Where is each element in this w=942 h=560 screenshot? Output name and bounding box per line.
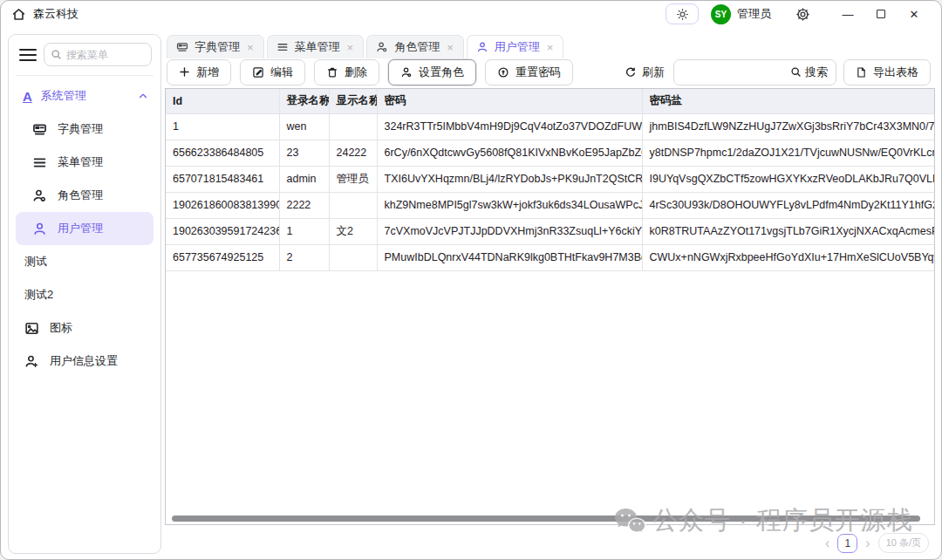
user-table-card: Id 登录名称 显示名称 密码 密码盐 1 wen 324rR3TTr5IMbb… [165, 88, 935, 525]
tab-dictionary[interactable]: 字典管理 × [167, 35, 264, 58]
tab-menu[interactable]: 菜单管理 × [267, 35, 365, 58]
font-a-icon: A [23, 90, 32, 103]
table-row[interactable]: 657735674925125 2 PMuwIbDLQnrxV44TDNaRK9… [166, 244, 934, 270]
cell-display-name: 文2 [329, 218, 377, 244]
refresh-icon [625, 66, 637, 79]
add-button[interactable]: 新增 [167, 59, 231, 85]
table-row[interactable]: 1902618600838139904 2222 khZ9Nme8MPI5gl7… [166, 192, 934, 218]
gear-icon[interactable] [795, 7, 810, 22]
cell-password-salt: CWUx+nNGWxjRxbpeeHfGoYdXIu+17HmXeSlCUoV5… [642, 244, 934, 270]
cell-password-salt: k0R8TRUTAAzZYOt171vgsjTLb7GiR1XycjNXACxq… [642, 218, 934, 244]
sidebar-item-test[interactable]: 测试 [16, 245, 154, 278]
cell-display-name [329, 192, 377, 218]
cell-password: PMuwIbDLQnrxV44TDNaRK9lkg0BTHtFkav9H7M3B… [377, 244, 642, 270]
tab-user[interactable]: 用户管理 × [467, 35, 564, 58]
sidebar-item-user[interactable]: 用户管理 [16, 212, 154, 245]
reset-password-button[interactable]: 重置密码 [485, 59, 573, 85]
tabbar: 字典管理 × 菜单管理 × 角色管理 × 用户管理 × [167, 34, 563, 58]
pagination: ‹ 1 › 10 条/页 [825, 533, 929, 553]
close-icon[interactable]: × [346, 42, 355, 53]
cell-password: TXI6UvYXHqzmn/BLj4/lzRYDobJs+PK9uJnT2QSt… [377, 166, 642, 192]
sun-icon [676, 8, 689, 21]
cell-login-name: admin [279, 166, 329, 192]
page-number[interactable]: 1 [837, 534, 857, 553]
horizontal-scrollbar[interactable] [172, 516, 920, 522]
cell-password: 7cVXmoVJcVPJTJJpDDVXHmj3nR33ZsuqLl+Y6cki… [377, 218, 642, 244]
sidebar-section-system[interactable]: A 系统管理 [16, 76, 154, 113]
page-size-select[interactable]: 10 条/页 [878, 533, 929, 553]
search-icon [51, 49, 62, 60]
column-header-id: Id [166, 89, 279, 113]
minimize-button[interactable]: — [831, 3, 864, 25]
cell-password-salt: 4rSc30U93k/D8OHOUWYFLy8vLPdfm4NmDy2Kt11Y… [642, 192, 934, 218]
table-row[interactable]: 657071815483461 admin 管理员 TXI6UvYXHqzmn/… [166, 166, 934, 192]
close-icon[interactable]: × [446, 42, 454, 53]
edit-button[interactable]: 编辑 [240, 59, 305, 85]
user-table: Id 登录名称 显示名称 密码 密码盐 1 wen 324rR3TTr5IMbb… [166, 89, 934, 271]
sidebar-item-test2[interactable]: 测试2 [16, 278, 154, 311]
toolbar: 新增 编辑 删除 设置角色 重置密码 [167, 58, 931, 85]
cell-password-salt: I9UYqVsgQXZbCTf5zowHGXYKxzRVeoDLAKbJRu7Q… [642, 166, 934, 192]
sidebar-item-menu[interactable]: 菜单管理 [16, 146, 154, 179]
cell-password: khZ9Nme8MPI5gl7sw3kW+jokf3uk6ds34LOusaWP… [377, 192, 642, 218]
table-row[interactable]: 1 wen 324rR3TTr5IMbbV4mH9Dj9CqV4otZo37VD… [166, 113, 934, 140]
user-settings-icon [24, 354, 39, 369]
table-header-row: Id 登录名称 显示名称 密码 密码盐 [166, 89, 934, 113]
sidebar-item-dictionary[interactable]: 字典管理 [16, 113, 154, 146]
sidebar-item-user-info-settings[interactable]: 用户信息设置 [16, 345, 154, 378]
close-button[interactable]: ✕ [898, 3, 931, 25]
maximize-icon [877, 10, 885, 18]
cell-login-name: 1 [279, 218, 329, 244]
table-row[interactable]: 656623386484805 23 24222 6rCy/6nXQdtcwvG… [166, 140, 934, 166]
cell-id: 656623386484805 [166, 140, 279, 166]
cell-display-name: 24222 [329, 140, 377, 166]
role-icon [376, 41, 388, 53]
reset-password-icon [497, 66, 509, 79]
cell-id: 1902618600838139904 [166, 192, 279, 218]
cell-password: 6rCy/6nXQdtcwvGy5608fQ81KIVxNBvKoE95JapZ… [377, 140, 642, 166]
document-icon [856, 66, 867, 79]
search-button[interactable]: 搜索 [790, 65, 828, 80]
maximize-button[interactable] [864, 3, 898, 25]
image-icon [24, 321, 39, 336]
theme-toggle-button[interactable] [666, 3, 699, 24]
app-window: 森云科技 SY 管理员 — ✕ [0, 0, 942, 560]
close-icon[interactable]: × [246, 42, 255, 53]
titlebar: 森云科技 SY 管理员 — ✕ [1, 1, 941, 27]
cell-id: 657735674925125 [166, 244, 279, 270]
export-button[interactable]: 导出表格 [843, 59, 931, 85]
sidebar-search[interactable] [44, 43, 152, 66]
table-search-input[interactable] [682, 65, 785, 79]
edit-icon [252, 66, 264, 79]
dictionary-icon [176, 41, 188, 53]
refresh-button[interactable]: 刷新 [623, 61, 666, 84]
user-chip[interactable]: SY 管理员 [711, 4, 771, 24]
cell-display-name [329, 113, 377, 140]
sidebar-item-role[interactable]: 角色管理 [16, 179, 154, 212]
close-icon[interactable]: × [546, 42, 555, 53]
prev-page-button[interactable]: ‹ [825, 536, 829, 550]
hamburger-menu-icon[interactable] [19, 47, 37, 63]
next-page-button[interactable]: › [865, 536, 870, 550]
tab-role[interactable]: 角色管理 × [366, 35, 464, 58]
set-role-button[interactable]: 设置角色 [388, 59, 476, 85]
cell-login-name: wen [279, 113, 329, 140]
cell-login-name: 2222 [279, 192, 329, 218]
cell-id: 1902630395917242368 [166, 218, 279, 244]
menu-lines-icon [276, 41, 289, 53]
trash-icon [326, 66, 338, 79]
cell-password-salt: jhmBIS4DzfLW9NZzHUgJ7ZwXGj3bsRriY7bCr43X… [642, 113, 934, 140]
avatar: SY [711, 4, 731, 24]
home-icon[interactable] [11, 7, 26, 22]
table-row[interactable]: 1902630395917242368 1 文2 7cVXmoVJcVPJTJJ… [166, 218, 934, 244]
cell-display-name [329, 244, 377, 270]
delete-button[interactable]: 删除 [314, 59, 379, 85]
cell-password: 324rR3TTr5IMbbV4mH9Dj9CqV4otZo37VDOZdFUW… [377, 113, 642, 140]
sidebar-item-icons[interactable]: 图标 [16, 311, 154, 345]
cell-password-salt: y8tDNSP7hpmc1/2daZOJ1X21/TVjcuwNUSNw/EQ0… [642, 140, 934, 166]
cell-id: 1 [166, 113, 279, 140]
column-header-display-name: 显示名称 [329, 89, 377, 113]
column-header-login-name: 登录名称 [279, 89, 329, 113]
sidebar-search-input[interactable] [66, 49, 141, 61]
cell-login-name: 23 [279, 140, 329, 166]
